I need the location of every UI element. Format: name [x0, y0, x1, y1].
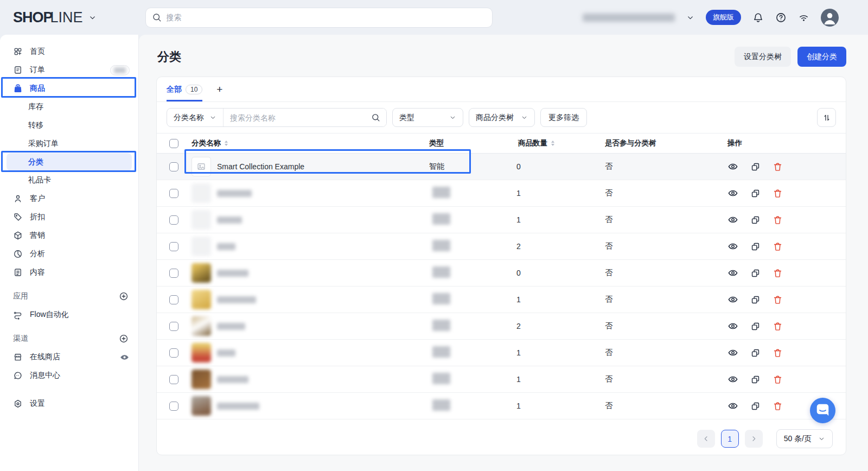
duplicate-button[interactable]: [750, 162, 761, 172]
duplicate-button[interactable]: [750, 295, 761, 305]
create-collection-button[interactable]: 创建分类: [797, 47, 846, 67]
current-page-button[interactable]: 1: [721, 430, 739, 448]
row-checkbox[interactable]: [169, 322, 178, 331]
sidebar-item-settings[interactable]: 设置: [0, 394, 138, 413]
sidebar-item-home[interactable]: 首页: [0, 42, 138, 61]
delete-button[interactable]: [773, 401, 783, 411]
page-size-select[interactable]: 50 条/页: [776, 429, 833, 448]
column-name[interactable]: 分类名称: [192, 138, 221, 148]
sidebar-item-marketing[interactable]: 营销: [0, 226, 138, 245]
view-button[interactable]: [727, 214, 738, 225]
row-checkbox[interactable]: [169, 295, 178, 304]
row-checkbox[interactable]: [169, 375, 178, 384]
network-status-button[interactable]: [798, 12, 809, 23]
delete-button[interactable]: [773, 348, 783, 358]
table-row[interactable]: 0 否: [157, 260, 846, 287]
duplicate-button[interactable]: [750, 188, 761, 199]
delete-button[interactable]: [773, 321, 783, 332]
global-search-input[interactable]: [145, 8, 493, 28]
view-button[interactable]: [727, 268, 738, 278]
delete-button[interactable]: [773, 162, 783, 172]
help-button[interactable]: [775, 12, 787, 23]
view-button[interactable]: [727, 294, 738, 305]
next-page-button[interactable]: [745, 430, 763, 448]
delete-button[interactable]: [773, 374, 783, 385]
delete-button[interactable]: [773, 241, 783, 252]
duplicate-button[interactable]: [750, 241, 761, 252]
store-visibility-button[interactable]: [119, 352, 130, 362]
duplicate-button[interactable]: [750, 268, 761, 278]
tree-filter-select[interactable]: 商品分类树: [469, 108, 535, 127]
column-qty[interactable]: 商品数量: [518, 138, 547, 148]
sidebar-item-analytics[interactable]: 分析: [0, 245, 138, 263]
sidebar-item-purchase-orders[interactable]: 采购订单: [0, 135, 138, 153]
sidebar-item-discounts[interactable]: 折扣: [0, 208, 138, 226]
table-row[interactable]: 1 否: [157, 366, 846, 393]
table-row[interactable]: 2 否: [157, 313, 846, 340]
support-chat-button[interactable]: [810, 398, 835, 423]
select-all-checkbox[interactable]: [169, 139, 178, 148]
delete-button[interactable]: [773, 268, 783, 278]
table-row[interactable]: 1 否: [157, 180, 846, 207]
sidebar-item-products[interactable]: 商品: [0, 79, 138, 98]
table-row[interactable]: 1 否: [157, 340, 846, 366]
row-checkbox[interactable]: [169, 242, 178, 251]
view-button[interactable]: [727, 374, 738, 385]
filter-field-select[interactable]: 分类名称: [167, 109, 224, 126]
table-row[interactable]: 2 否: [157, 233, 846, 260]
user-avatar[interactable]: [821, 9, 839, 27]
table-row[interactable]: 1 否: [157, 393, 846, 419]
row-checkbox[interactable]: [169, 162, 178, 171]
store-chevron-down-icon[interactable]: [686, 14, 694, 22]
sort-arrows-icon[interactable]: [225, 141, 228, 146]
view-button[interactable]: [727, 400, 738, 411]
add-channel-icon[interactable]: [119, 334, 129, 343]
shopline-logo[interactable]: SHOPLINE: [13, 9, 97, 26]
table-row[interactable]: Smart Collection Example 智能 0 否: [157, 154, 846, 180]
duplicate-button[interactable]: [750, 321, 761, 332]
notifications-button[interactable]: [752, 12, 764, 23]
table-row[interactable]: 1 否: [157, 287, 846, 313]
view-button[interactable]: [727, 241, 738, 252]
sidebar-item-inventory[interactable]: 库存: [0, 98, 138, 116]
collection-name[interactable]: Smart Collection Example: [217, 162, 304, 171]
delete-button[interactable]: [773, 295, 783, 305]
store-name-blurred[interactable]: [583, 14, 675, 22]
view-button[interactable]: [727, 161, 738, 172]
sidebar-item-online-store[interactable]: 在线商店: [0, 348, 138, 366]
collection-name-search-input[interactable]: [224, 109, 386, 126]
row-checkbox[interactable]: [169, 348, 178, 358]
duplicate-button[interactable]: [750, 348, 761, 358]
sidebar-item-collections[interactable]: 分类: [7, 153, 132, 171]
delete-button[interactable]: [773, 188, 783, 199]
table-row[interactable]: 1 否: [157, 207, 846, 233]
view-button[interactable]: [727, 188, 738, 199]
sidebar-item-content[interactable]: 内容: [0, 263, 138, 282]
row-checkbox[interactable]: [169, 402, 178, 411]
sidebar-item-transfer[interactable]: 转移: [0, 116, 138, 135]
sidebar-item-gift-cards[interactable]: 礼品卡: [0, 171, 138, 189]
sort-arrows-icon[interactable]: [551, 141, 554, 146]
sort-button[interactable]: [817, 108, 836, 127]
plan-badge[interactable]: 旗舰版: [706, 10, 741, 25]
tab-all[interactable]: 全部 10: [167, 77, 202, 101]
set-category-tree-button[interactable]: 设置分类树: [735, 47, 791, 67]
add-app-icon[interactable]: [119, 291, 129, 301]
row-checkbox[interactable]: [169, 215, 178, 225]
sidebar-item-message-center[interactable]: 消息中心: [0, 366, 138, 385]
duplicate-button[interactable]: [750, 401, 761, 411]
prev-page-button[interactable]: [697, 430, 715, 448]
sidebar-item-flow[interactable]: Flow自动化: [0, 305, 138, 324]
view-button[interactable]: [727, 347, 738, 358]
duplicate-button[interactable]: [750, 215, 761, 225]
duplicate-button[interactable]: [750, 374, 761, 385]
more-filters-button[interactable]: 更多筛选: [540, 108, 587, 127]
view-button[interactable]: [727, 321, 738, 332]
sidebar-item-customers[interactable]: 客户: [0, 189, 138, 208]
type-filter-select[interactable]: 类型: [392, 108, 463, 127]
sidebar-item-orders[interactable]: 订单: [0, 61, 138, 79]
row-checkbox[interactable]: [169, 189, 178, 198]
row-checkbox[interactable]: [169, 269, 178, 278]
delete-button[interactable]: [773, 215, 783, 225]
add-tab-button[interactable]: +: [216, 84, 222, 96]
